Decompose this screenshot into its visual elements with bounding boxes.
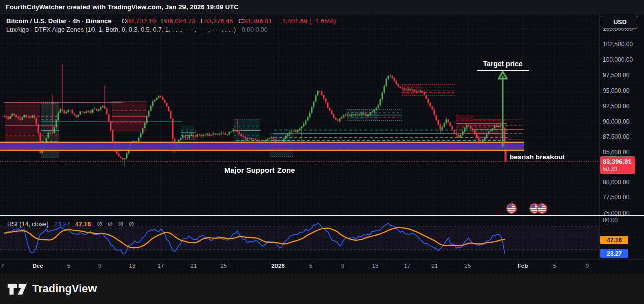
time-tick-label: 2026: [271, 263, 285, 269]
price-tick-label: 92,500.00: [603, 103, 629, 110]
time-axis[interactable]: 7Dec591317212520265913172125Feb59: [0, 260, 599, 274]
time-tick-label: 5: [553, 263, 556, 269]
rsi-axis-label: 23.27: [600, 249, 628, 258]
us-flag-event-icon[interactable]: [537, 203, 547, 214]
time-tick-label: 5: [309, 263, 312, 269]
price-tick-label: 80,000.00: [603, 179, 629, 186]
high-value: 86,024.73: [166, 17, 195, 25]
last-price-label: 83,396.81 50:39: [600, 156, 635, 174]
open-value: 84,732.10: [127, 17, 156, 25]
target-price-annotation[interactable]: Target price: [477, 60, 529, 71]
tradingview-logo-icon[interactable]: [7, 280, 28, 297]
major-support-zone-annotation[interactable]: Major Support Zone: [224, 166, 295, 174]
rsi-ma-axis-label: 47.16: [600, 236, 628, 244]
time-tick-label: 25: [465, 263, 471, 269]
time-tick-label: 21: [432, 263, 438, 269]
price-tick-label: 90,000.00: [603, 118, 629, 125]
close-label: C: [238, 17, 243, 25]
time-tick-label: 9: [98, 263, 101, 269]
time-tick-label: Feb: [518, 263, 528, 269]
chart-canvas[interactable]: [0, 0, 644, 304]
indicator-title[interactable]: LuxAlgo - DTFX Algo Zones (10, 1, Both, …: [6, 26, 236, 33]
time-tick-label: Dec: [32, 263, 43, 269]
time-tick-label: 17: [158, 263, 164, 269]
symbol-title[interactable]: Bitcoin / U.S. Dollar · 4h · Binance: [6, 17, 111, 25]
time-tick-label: 21: [191, 263, 197, 269]
low-value: 83,276.45: [204, 17, 233, 25]
price-tick-label: 75,000.00: [603, 210, 629, 217]
rsi-value: 23.27: [54, 221, 70, 228]
last-price-value: 83,396.81: [603, 157, 635, 166]
time-tick-label: 9: [341, 263, 344, 269]
time-tick-label: 13: [372, 263, 379, 269]
time-tick-label: 9: [586, 263, 589, 269]
time-tick-label: 7: [1, 263, 4, 269]
time-tick-label: 25: [221, 263, 227, 269]
bearish-breakout-annotation[interactable]: bearish breakout: [510, 153, 565, 161]
us-flag-event-icon[interactable]: [506, 203, 517, 214]
price-tick-label: 77,500.00: [603, 194, 629, 201]
currency-toggle-button[interactable]: USD: [602, 16, 638, 29]
rsi-axis-label-80: 80.00: [603, 217, 618, 224]
time-tick-label: 17: [404, 263, 411, 269]
footer-bar: TradingView: [0, 274, 644, 304]
time-tick-label: 5: [67, 263, 70, 269]
rsi-extra-values: Ø Ø Ø Ø: [97, 221, 136, 228]
price-tick-label: 95,000.00: [603, 87, 629, 94]
price-tick-label: 100,000.00: [603, 56, 633, 63]
low-label: L: [201, 17, 204, 25]
price-tick-label: 97,500.00: [603, 72, 629, 79]
rsi-header-row[interactable]: RSI (14, close) 23.27 47.16 Ø Ø Ø Ø: [7, 221, 136, 228]
close-value: 83,396.81: [243, 17, 272, 25]
indicator-values: 0.00 0.00: [242, 26, 268, 33]
price-tick-label: 85,000.00: [603, 149, 629, 156]
rsi-title[interactable]: RSI (14, close): [7, 221, 49, 228]
tradingview-chart-window: FourthCityWatcher created with TradingVi…: [0, 0, 644, 304]
indicator-header-row[interactable]: LuxAlgo - DTFX Algo Zones (10, 1, Both, …: [6, 26, 268, 33]
tradingview-logo-text[interactable]: TradingView: [32, 283, 97, 295]
high-label: H: [161, 17, 166, 25]
symbol-header-row: Bitcoin / U.S. Dollar · 4h · Binance O84…: [6, 17, 336, 25]
pane-separator[interactable]: [0, 215, 644, 216]
price-tick-label: 102,500.00: [603, 41, 633, 48]
change-value: −1,401.69 (−1.65%): [278, 17, 336, 25]
price-tick-label: 87,500.00: [603, 133, 629, 140]
bar-countdown: 50:39: [603, 166, 635, 172]
rsi-ma-value: 47.16: [75, 221, 91, 228]
time-tick-label: 13: [129, 263, 136, 269]
open-label: O: [122, 17, 127, 25]
